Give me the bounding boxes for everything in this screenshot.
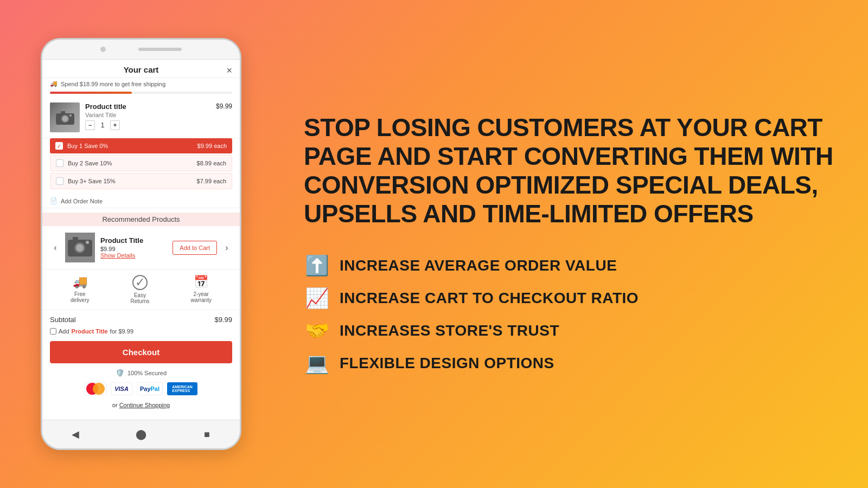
mastercard-icon — [85, 382, 106, 395]
qty-decrease-button[interactable]: − — [85, 120, 95, 130]
order-note[interactable]: 📄 Add Order Note — [42, 194, 240, 208]
bundle-option-1[interactable]: Buy 1 Save 0% $9.99 each — [50, 138, 232, 153]
product-name: Product title — [85, 102, 126, 111]
subtotal-label: Subtotal — [50, 316, 76, 324]
camera-icon — [55, 110, 75, 125]
continue-link[interactable]: Continue Shopping — [119, 402, 170, 408]
svg-point-8 — [76, 244, 84, 252]
paypal-text: PayPal — [140, 386, 159, 392]
svg-rect-9 — [73, 237, 78, 241]
shipping-progress-fill — [50, 92, 132, 94]
add-to-cart-button[interactable]: Add to Cart — [173, 241, 217, 255]
benefit-text-1: INCREASE AVERAGE ORDER VALUE — [340, 257, 617, 274]
product-image-inner — [50, 102, 80, 132]
product-price: $9.99 — [216, 102, 232, 111]
upsell-product-name: Product Title — [72, 328, 108, 335]
phone-bottom-bar: ◀ ⬤ ■ — [42, 420, 240, 448]
bundle-price-3: $7.99 each — [197, 178, 226, 184]
phone-screen: Your cart × 🚚 Spend $18.99 more to get f… — [42, 59, 240, 420]
paypal-icon: PayPal — [137, 382, 163, 395]
qty-increase-button[interactable]: + — [110, 120, 120, 130]
right-panel: STOP LOSING CUSTOMERS AT YOUR CART PAGE … — [282, 0, 868, 488]
cart-scroll[interactable]: Your cart × 🚚 Spend $18.99 more to get f… — [42, 60, 240, 420]
bundle-label-3: Buy 3+ Save 15% — [68, 178, 197, 184]
checkout-button[interactable]: Checkout — [50, 341, 232, 363]
trust-badge-delivery: 🚚 Freedelivery — [71, 275, 89, 304]
returns-icon: ✓ — [132, 275, 148, 290]
rec-product-link[interactable]: Show Details — [100, 252, 167, 259]
carousel-next-button[interactable]: › — [221, 242, 232, 253]
bundle-price-1: $9.99 each — [197, 143, 227, 149]
rec-product-name: Product Title — [100, 236, 167, 245]
bundle-checkbox-3 — [56, 177, 63, 185]
recommended-product: Product Title $9.99 Show Details Add to … — [65, 233, 217, 262]
svg-point-2 — [62, 116, 68, 121]
trust-badges: 🚚 Freedelivery ✓ EasyReturns 📅 2-yearwar… — [42, 269, 240, 310]
phone-top-bar — [42, 40, 240, 59]
secured-icon: 🛡️ — [116, 369, 124, 377]
benefit-emoji-1: ⬆️ — [304, 254, 330, 277]
subtotal-row: Subtotal $9.99 — [42, 310, 240, 326]
secured-label: 100% Secured — [127, 370, 167, 376]
mc-orange-circle — [93, 383, 105, 395]
shipping-progress-bar — [50, 92, 232, 94]
order-note-label: Add Order Note — [61, 198, 103, 204]
benefit-item-2: 📈 INCREASE CART TO CHECKOUT RATIO — [304, 287, 835, 310]
left-panel: Your cart × 🚚 Spend $18.99 more to get f… — [0, 0, 282, 488]
bundle-option-3[interactable]: Buy 3+ Save 15% $7.99 each — [50, 173, 232, 189]
upsell-checkbox[interactable] — [50, 328, 56, 335]
rec-product-image — [65, 233, 95, 262]
benefit-emoji-4: 💻 — [304, 352, 330, 375]
trust-badge-returns: ✓ EasyReturns — [131, 275, 150, 304]
upsell-row: Add Product Title for $9.99 — [42, 326, 240, 339]
bundle-checkbox-2 — [56, 159, 63, 167]
recommended-title: Recommended Products — [42, 213, 240, 226]
quantity-control: − 1 + — [85, 120, 232, 130]
warranty-icon: 📅 — [194, 275, 208, 289]
mc-circles — [86, 383, 105, 395]
product-image — [50, 102, 80, 132]
benefit-emoji-2: 📈 — [304, 287, 330, 310]
product-variant: Variant Title — [85, 112, 232, 118]
close-icon[interactable]: × — [226, 65, 232, 76]
recommended-section: Recommended Products ‹ — [42, 208, 240, 269]
continue-text: or — [112, 402, 118, 408]
back-button[interactable]: ◀ — [67, 426, 84, 443]
benefit-text-4: FLEXIBLE DESIGN OPTIONS — [340, 355, 554, 372]
phone-mockup: Your cart × 🚚 Spend $18.99 more to get f… — [41, 38, 241, 450]
shipping-message: Spend $18.99 more to get free shipping — [61, 81, 165, 87]
rec-product-info: Product Title $9.99 Show Details — [100, 236, 167, 259]
svg-rect-3 — [61, 111, 65, 114]
recents-button[interactable]: ■ — [198, 426, 215, 443]
bundle-label-2: Buy 2 Save 10% — [68, 160, 197, 166]
bundle-option-2[interactable]: Buy 2 Save 10% $8.99 each — [50, 155, 232, 171]
benefits-list: ⬆️ INCREASE AVERAGE ORDER VALUE 📈 INCREA… — [304, 254, 835, 375]
visa-icon: VISA — [111, 382, 132, 395]
trust-badge-warranty: 📅 2-yearwarranty — [191, 275, 212, 304]
amex-icon: AMERICANEXPRESS — [167, 382, 197, 395]
warranty-label: 2-yearwarranty — [191, 291, 212, 303]
recommended-carousel: ‹ — [50, 230, 232, 265]
carousel-prev-button[interactable]: ‹ — [50, 242, 61, 253]
home-button[interactable]: ⬤ — [132, 426, 150, 443]
product-item: Product title $9.99 Variant Title − 1 + — [42, 97, 240, 138]
delivery-label: Freedelivery — [71, 291, 89, 303]
qty-value: 1 — [98, 121, 107, 129]
rec-product-price: $9.99 — [100, 246, 167, 252]
bundle-label-1: Buy 1 Save 0% — [67, 143, 197, 149]
rec-camera-icon — [65, 233, 95, 262]
benefit-item-1: ⬆️ INCREASE AVERAGE ORDER VALUE — [304, 254, 835, 277]
shipping-bar: 🚚 Spend $18.99 more to get free shipping — [42, 78, 240, 97]
cart-header: Your cart × — [42, 60, 240, 78]
headline: STOP LOSING CUSTOMERS AT YOUR CART PAGE … — [304, 113, 835, 228]
svg-point-4 — [69, 114, 72, 117]
delivery-icon: 🚚 — [73, 275, 87, 289]
benefit-item-4: 💻 FLEXIBLE DESIGN OPTIONS — [304, 352, 835, 375]
upsell-text: Add — [59, 328, 69, 335]
cart-title: Your cart — [124, 65, 159, 74]
benefit-text-2: INCREASE CART TO CHECKOUT RATIO — [340, 290, 639, 307]
phone-camera — [100, 47, 106, 52]
bundle-checkbox-1 — [55, 142, 63, 150]
product-details: Product title $9.99 Variant Title − 1 + — [85, 102, 232, 130]
returns-label: EasyReturns — [131, 292, 150, 304]
